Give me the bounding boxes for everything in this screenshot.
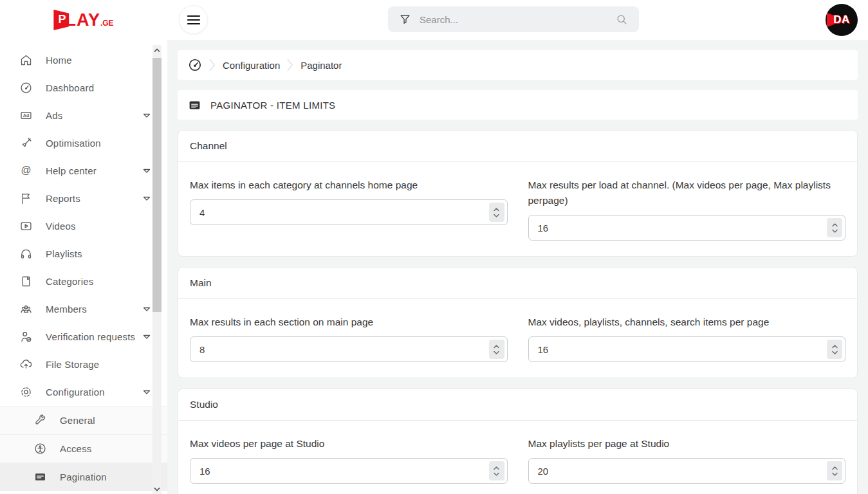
caret-down-icon	[832, 351, 838, 354]
sidebar-item-home[interactable]: Home	[0, 46, 167, 74]
scrollbar-thumb[interactable]	[152, 58, 162, 312]
field-max-results-per-load-channel: Max results per load at channel. (Max vi…	[528, 178, 846, 241]
sidebar-item-label: Optimisation	[46, 138, 101, 149]
number-stepper[interactable]	[489, 203, 504, 222]
submenu-item-access[interactable]: Access	[0, 434, 167, 462]
gear-icon	[19, 385, 33, 399]
play-ge-logo-icon: P LAY .GE	[53, 10, 113, 30]
svg-text:@: @	[21, 165, 31, 176]
number-input-max-items-channels-home[interactable]	[190, 199, 508, 225]
brush-icon	[19, 136, 33, 150]
sidebar-item-videos[interactable]: Videos	[0, 212, 167, 240]
number-input-max-videos-studio[interactable]	[190, 458, 508, 484]
breadcrumb: Configuration Paginator	[178, 50, 858, 80]
breadcrumb-separator-icon	[208, 58, 216, 72]
field-max-items-per-page: Max videos, playlists, channels, search …	[528, 315, 846, 362]
submenu-item-general[interactable]: General	[0, 406, 167, 434]
sidebar-item-verification-requests[interactable]: Verification requests	[0, 323, 167, 351]
logo-tld: .GE	[100, 19, 114, 28]
caret-down-icon	[494, 472, 499, 476]
sidebar-item-label: Playlists	[46, 248, 82, 259]
number-input-max-results-per-load-channel[interactable]	[528, 215, 846, 241]
sidebar-item-label: Home	[46, 55, 72, 66]
number-input-max-results-main-page[interactable]	[190, 336, 508, 362]
sidebar-item-playlists[interactable]: Playlists	[0, 240, 167, 268]
configuration-submenu: General Access Pagination	[0, 406, 167, 491]
section-title: Studio	[178, 389, 857, 421]
submenu-item-label: General	[60, 415, 95, 426]
video-play-icon	[19, 219, 33, 233]
breadcrumb-item-paginator: Paginator	[300, 60, 342, 71]
chevron-down-icon	[143, 169, 151, 174]
search-bar[interactable]	[388, 6, 639, 32]
sidebar-item-label: Help center	[46, 165, 97, 176]
field-max-results-main-page: Max results in each section on main page	[190, 315, 508, 362]
sidebar-item-help-center[interactable]: @ Help center	[0, 157, 167, 185]
brand-logo[interactable]: P LAY .GE	[0, 0, 167, 40]
field-max-playlists-studio: Max playlists per page at Studio	[528, 436, 846, 484]
magnifier-icon[interactable]	[616, 14, 627, 25]
svg-text:Ad: Ad	[23, 113, 30, 118]
submenu-item-label: Access	[60, 443, 92, 454]
field-label: Max items in each category at channels h…	[190, 178, 508, 193]
card-lines-icon	[33, 470, 47, 484]
search-input[interactable]	[420, 14, 607, 25]
page-title-bar: PAGINATOR - ITEM LIMITS	[178, 90, 858, 120]
chevron-down-icon	[143, 334, 151, 340]
submenu-item-label: Pagination	[60, 471, 107, 482]
number-stepper[interactable]	[827, 218, 842, 237]
home-icon	[19, 53, 33, 67]
submenu-item-pagination[interactable]: Pagination	[0, 462, 167, 491]
scroll-down-icon[interactable]	[152, 484, 162, 494]
caret-up-icon	[832, 223, 838, 227]
number-stepper[interactable]	[489, 461, 504, 480]
sidebar-item-dashboard[interactable]: Dashboard	[0, 74, 167, 102]
sidebar-item-reports[interactable]: Reports	[0, 185, 167, 212]
wrench-icon	[33, 414, 47, 427]
number-input-max-playlists-studio[interactable]	[528, 458, 846, 484]
sidebar-item-label: Ads	[46, 110, 62, 121]
field-max-videos-studio: Max videos per page at Studio	[190, 436, 508, 484]
at-sign-icon: @	[19, 164, 33, 178]
breadcrumb-item-configuration[interactable]: Configuration	[223, 60, 280, 71]
sidebar-item-label: File Storage	[46, 359, 99, 370]
chevron-down-icon	[143, 113, 151, 118]
number-stepper[interactable]	[827, 461, 842, 480]
number-stepper[interactable]	[489, 340, 504, 359]
sidebar-item-categories[interactable]: Categories	[0, 268, 167, 295]
sidebar-nav: Home Dashboard Ad Ads Optimisation @ Hel…	[0, 40, 167, 491]
section-studio: Studio Max videos per page at Studio Max…	[178, 389, 858, 494]
sidebar: P LAY .GE Home Dashboard Ad Ads Optimisa…	[0, 0, 167, 494]
caret-up-icon	[832, 345, 838, 349]
ad-badge-icon: Ad	[19, 109, 33, 122]
section-main: Main Max results in each section on main…	[178, 267, 858, 378]
field-label: Max videos per page at Studio	[190, 436, 508, 452]
people-icon	[19, 302, 33, 316]
scroll-up-icon[interactable]	[152, 45, 162, 55]
sidebar-item-label: Dashboard	[46, 82, 94, 93]
card-lines-icon	[188, 98, 201, 112]
speedometer-icon[interactable]	[188, 58, 202, 72]
caret-up-icon	[494, 208, 499, 212]
topbar: DA	[167, 0, 868, 40]
breadcrumb-separator-icon	[286, 58, 294, 72]
user-check-icon	[19, 330, 33, 343]
section-title: Main	[178, 268, 857, 299]
sidebar-item-file-storage[interactable]: File Storage	[0, 351, 167, 378]
caret-down-icon	[832, 472, 838, 476]
menu-toggle-button[interactable]	[179, 5, 208, 34]
user-avatar[interactable]: DA	[826, 4, 858, 36]
field-max-items-channels-home: Max items in each category at channels h…	[190, 178, 508, 241]
sidebar-item-label: Reports	[46, 193, 80, 204]
sidebar-scrollbar[interactable]	[152, 45, 162, 494]
caret-down-icon	[494, 351, 499, 354]
sidebar-item-label: Configuration	[46, 387, 105, 398]
caret-up-icon	[494, 345, 499, 349]
sidebar-item-optimisation[interactable]: Optimisation	[0, 129, 167, 157]
sidebar-item-members[interactable]: Members	[0, 295, 167, 323]
sidebar-item-ads[interactable]: Ad Ads	[0, 102, 167, 129]
sidebar-item-configuration[interactable]: Configuration	[0, 378, 167, 406]
number-stepper[interactable]	[827, 340, 842, 359]
number-input-max-items-per-page[interactable]	[528, 336, 846, 362]
hamburger-icon	[187, 15, 201, 25]
